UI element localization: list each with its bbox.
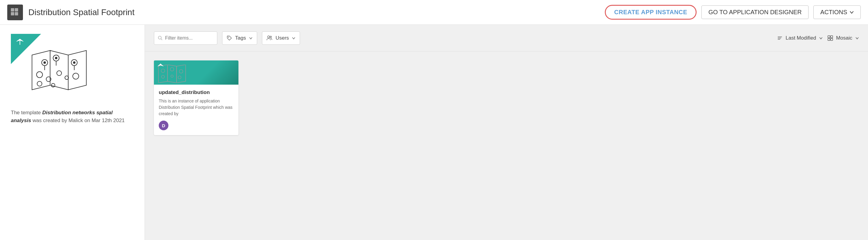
svg-rect-2 bbox=[11, 12, 14, 16]
sort-icon bbox=[777, 35, 783, 41]
svg-rect-26 bbox=[828, 38, 830, 41]
template-description: The template Distribution networks spati… bbox=[11, 109, 134, 124]
card-header bbox=[154, 60, 239, 85]
right-panel: Tags Users bbox=[145, 25, 868, 240]
svg-point-29 bbox=[170, 68, 174, 71]
header-actions: CREATE APP INSTANCE GO TO APPLICATION DE… bbox=[605, 5, 861, 20]
header: Distribution Spatial Footprint CREATE AP… bbox=[0, 0, 868, 25]
svg-point-16 bbox=[51, 83, 55, 87]
chevron-down-icon bbox=[819, 36, 823, 40]
card-bird-icon bbox=[156, 62, 165, 71]
app-icon bbox=[7, 4, 23, 20]
map-illustration bbox=[23, 46, 89, 97]
mosaic-icon bbox=[828, 35, 833, 41]
svg-point-18 bbox=[228, 36, 229, 37]
tag-icon bbox=[227, 35, 232, 41]
card-avatar: D bbox=[159, 121, 168, 130]
chevron-down-icon bbox=[292, 36, 296, 40]
chevron-down-icon bbox=[249, 36, 253, 40]
svg-point-33 bbox=[178, 76, 181, 79]
users-icon bbox=[267, 35, 273, 41]
card-body: updated_distribution This is an instance… bbox=[154, 85, 239, 135]
svg-point-5 bbox=[43, 61, 46, 64]
chevron-down-icon bbox=[849, 10, 854, 15]
search-icon bbox=[158, 36, 163, 41]
svg-point-12 bbox=[57, 71, 62, 76]
bird-icon bbox=[14, 36, 25, 47]
svg-rect-24 bbox=[828, 36, 830, 38]
chevron-down-icon bbox=[855, 36, 859, 40]
svg-point-30 bbox=[179, 70, 183, 73]
users-filter-dropdown[interactable]: Users bbox=[262, 31, 300, 45]
search-box[interactable] bbox=[154, 31, 217, 45]
svg-point-31 bbox=[161, 75, 164, 78]
left-panel: The template Distribution networks spati… bbox=[0, 25, 145, 240]
svg-point-19 bbox=[268, 36, 270, 38]
create-app-instance-button[interactable]: CREATE APP INSTANCE bbox=[605, 5, 696, 20]
tags-filter-dropdown[interactable]: Tags bbox=[222, 31, 257, 45]
card-description: This is an instance of application Distr… bbox=[159, 98, 234, 117]
svg-point-15 bbox=[37, 81, 42, 86]
svg-point-32 bbox=[171, 75, 173, 77]
view-dropdown[interactable]: Mosaic bbox=[828, 35, 859, 41]
card-title: updated_distribution bbox=[159, 89, 234, 96]
actions-button[interactable]: ACTIONS bbox=[813, 5, 861, 19]
svg-point-7 bbox=[55, 57, 57, 59]
search-input[interactable] bbox=[165, 35, 213, 41]
svg-rect-1 bbox=[15, 8, 18, 11]
svg-rect-25 bbox=[831, 36, 833, 38]
svg-point-9 bbox=[73, 61, 75, 64]
svg-rect-3 bbox=[15, 12, 18, 16]
svg-point-20 bbox=[270, 36, 271, 37]
svg-point-10 bbox=[36, 72, 42, 78]
svg-rect-0 bbox=[11, 8, 14, 11]
main-content: The template Distribution networks spati… bbox=[0, 25, 868, 240]
instance-card[interactable]: updated_distribution This is an instance… bbox=[154, 60, 239, 135]
filter-bar: Tags Users bbox=[145, 25, 868, 51]
svg-point-14 bbox=[73, 73, 79, 79]
page-title: Distribution Spatial Footprint bbox=[28, 7, 605, 17]
sort-dropdown[interactable]: Last Modified bbox=[777, 35, 823, 41]
instances-grid: updated_distribution This is an instance… bbox=[145, 51, 868, 144]
app-preview bbox=[11, 34, 101, 100]
svg-rect-27 bbox=[831, 38, 833, 41]
go-to-designer-button[interactable]: GO TO APPLICATION DESIGNER bbox=[702, 5, 809, 19]
